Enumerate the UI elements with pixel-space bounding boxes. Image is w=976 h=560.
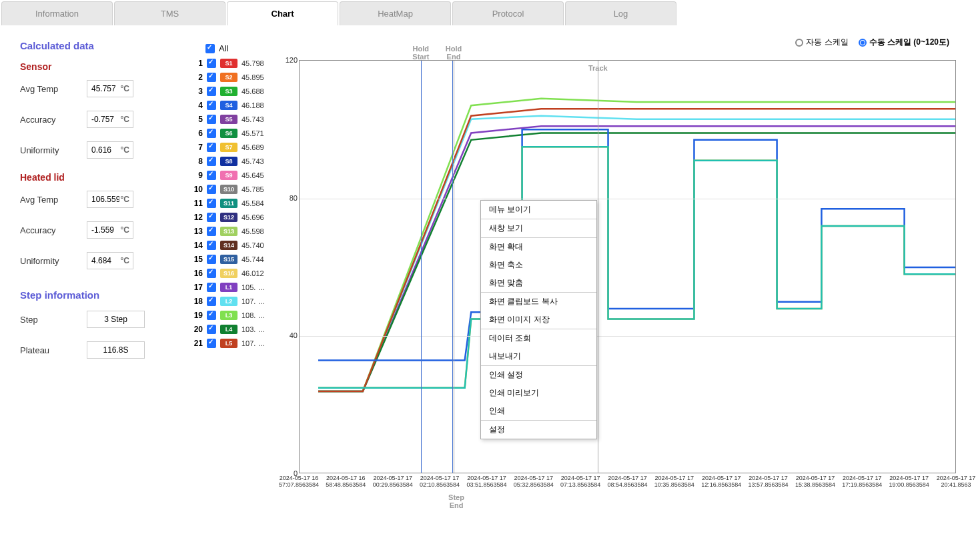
step-info-title: Step information bbox=[20, 289, 193, 301]
legend-value: 45.584 bbox=[241, 199, 264, 207]
legend-all-label: All bbox=[219, 43, 228, 53]
tab-protocol[interactable]: Protocol bbox=[452, 1, 564, 25]
legend-checkbox[interactable] bbox=[207, 339, 216, 348]
legend-tag: S5 bbox=[220, 115, 237, 124]
tab-information[interactable]: Information bbox=[1, 1, 113, 25]
legend-tag: S2 bbox=[220, 73, 237, 82]
legend-checkbox[interactable] bbox=[207, 185, 216, 194]
legend-checkbox[interactable] bbox=[207, 297, 216, 306]
legend-checkbox[interactable] bbox=[207, 101, 216, 110]
left-panel: Calculated data Sensor Avg Temp°C Accura… bbox=[20, 40, 193, 372]
legend-checkbox[interactable] bbox=[207, 255, 216, 264]
legend-item-s13: 13S1345.598 bbox=[193, 227, 280, 236]
tab-heatmap[interactable]: HeatMap bbox=[340, 1, 451, 25]
legend-tag: S4 bbox=[220, 101, 237, 110]
legend-item-s11: 11S1145.584 bbox=[193, 199, 280, 208]
ctx-item[interactable]: 화면 이미지 저장 bbox=[481, 311, 596, 329]
ctx-item[interactable]: 화면 축소 bbox=[481, 256, 596, 274]
legend-checkbox[interactable] bbox=[207, 143, 216, 152]
legend-item-s3: 3S345.688 bbox=[193, 87, 280, 96]
ctx-item[interactable]: 인쇄 설정 bbox=[481, 366, 596, 384]
legend-item-s14: 14S1445.740 bbox=[193, 241, 280, 250]
legend-checkbox[interactable] bbox=[207, 325, 216, 334]
ctx-item[interactable]: 화면 맞춤 bbox=[481, 274, 596, 292]
legend-tag: S3 bbox=[220, 87, 237, 96]
legend-value: 45.645 bbox=[241, 171, 264, 179]
legend-checkbox[interactable] bbox=[207, 283, 216, 292]
ctx-item[interactable]: 인쇄 미리보기 bbox=[481, 384, 596, 402]
sensor-avg-label: Avg Temp bbox=[20, 84, 87, 94]
legend-item-s16: 16S1646.012 bbox=[193, 269, 280, 278]
legend-item-l1: 17L1105. … bbox=[193, 283, 280, 292]
step-label: Step bbox=[20, 315, 87, 325]
legend-tag: L1 bbox=[220, 283, 237, 292]
legend-checkbox[interactable] bbox=[207, 269, 216, 278]
legend-checkbox[interactable] bbox=[207, 73, 216, 82]
legend-all-checkbox[interactable] bbox=[205, 44, 215, 53]
legend-item-s4: 4S446.188 bbox=[193, 101, 280, 110]
legend-item-s8: 8S845.743 bbox=[193, 157, 280, 166]
lid-uni-label: Uniformity bbox=[20, 256, 87, 266]
legend-tag: S16 bbox=[220, 269, 237, 278]
legend-tag: S6 bbox=[220, 129, 237, 138]
legend-value: 45.571 bbox=[241, 129, 264, 137]
lid-title: Heated lid bbox=[20, 172, 193, 183]
calculated-title: Calculated data bbox=[20, 40, 193, 51]
legend-item-l4: 20L4103. … bbox=[193, 325, 280, 334]
legend-tag: S7 bbox=[220, 143, 237, 152]
legend-tag: L5 bbox=[220, 339, 237, 348]
legend-value: 105. … bbox=[241, 283, 265, 291]
legend-item-s15: 15S1545.744 bbox=[193, 255, 280, 264]
legend-checkbox[interactable] bbox=[207, 157, 216, 166]
legend-value: 45.798 bbox=[241, 59, 264, 67]
legend-item-l5: 21L5107. … bbox=[193, 339, 280, 348]
plateau-input[interactable] bbox=[87, 341, 145, 359]
legend-value: 45.895 bbox=[241, 73, 264, 81]
step-input[interactable] bbox=[87, 311, 145, 328]
ctx-item[interactable]: 내보내기 bbox=[481, 347, 596, 365]
tab-tms[interactable]: TMS bbox=[114, 1, 225, 25]
legend-tag: L3 bbox=[220, 311, 237, 320]
legend-value: 46.188 bbox=[241, 101, 264, 109]
legend-value: 45.696 bbox=[241, 213, 264, 221]
legend-item-s9: 9S945.645 bbox=[193, 171, 280, 180]
ctx-item[interactable]: 화면 클립보드 복사 bbox=[481, 293, 596, 311]
legend-tag: S12 bbox=[220, 213, 237, 222]
tab-log[interactable]: Log bbox=[565, 1, 676, 25]
legend-checkbox[interactable] bbox=[207, 311, 216, 320]
ctx-item[interactable]: 화면 확대 bbox=[481, 238, 596, 256]
legend-checkbox[interactable] bbox=[207, 87, 216, 96]
legend-checkbox[interactable] bbox=[207, 59, 216, 68]
legend-checkbox[interactable] bbox=[207, 115, 216, 124]
ctx-item[interactable]: 메뉴 보이기 bbox=[481, 201, 596, 219]
legend-tag: S14 bbox=[220, 241, 237, 250]
lid-avg-label: Avg Temp bbox=[20, 195, 87, 205]
legend-item-s1: 1S145.798 bbox=[193, 59, 280, 68]
legend-checkbox[interactable] bbox=[207, 129, 216, 138]
legend-item-s5: 5S545.743 bbox=[193, 115, 280, 124]
legend-value: 45.785 bbox=[241, 185, 264, 193]
legend-item-s2: 2S245.895 bbox=[193, 73, 280, 82]
legend-item-s7: 7S745.689 bbox=[193, 143, 280, 152]
ctx-item[interactable]: 인쇄 bbox=[481, 402, 596, 420]
legend-value: 45.688 bbox=[241, 87, 264, 95]
tab-chart[interactable]: Chart bbox=[227, 1, 338, 25]
legend-checkbox[interactable] bbox=[207, 213, 216, 222]
ctx-item[interactable]: 새창 보기 bbox=[481, 219, 596, 237]
plot-grid[interactable]: HoldStartHoldEndTrack bbox=[299, 60, 956, 473]
legend-item-s6: 6S645.571 bbox=[193, 129, 280, 138]
sensor-acc-label: Accuracy bbox=[20, 115, 87, 125]
scale-manual-radio[interactable]: 수동 스케일 (0~120도) bbox=[859, 37, 949, 48]
legend-tag: L4 bbox=[220, 325, 237, 334]
legend-item-l2: 18L2107. … bbox=[193, 297, 280, 306]
scale-auto-radio[interactable]: 자동 스케일 bbox=[795, 37, 848, 48]
legend-checkbox[interactable] bbox=[207, 227, 216, 236]
ctx-item[interactable]: 데이터 조회 bbox=[481, 329, 596, 347]
ctx-item[interactable]: 설정 bbox=[481, 421, 596, 439]
legend-checkbox[interactable] bbox=[207, 241, 216, 250]
legend-checkbox[interactable] bbox=[207, 171, 216, 180]
legend-tag: S9 bbox=[220, 171, 237, 180]
legend-checkbox[interactable] bbox=[207, 199, 216, 208]
plot: 04080120 HoldStartHoldEndTrack 2024-05-1… bbox=[280, 60, 956, 372]
legend-tag: S15 bbox=[220, 255, 237, 264]
